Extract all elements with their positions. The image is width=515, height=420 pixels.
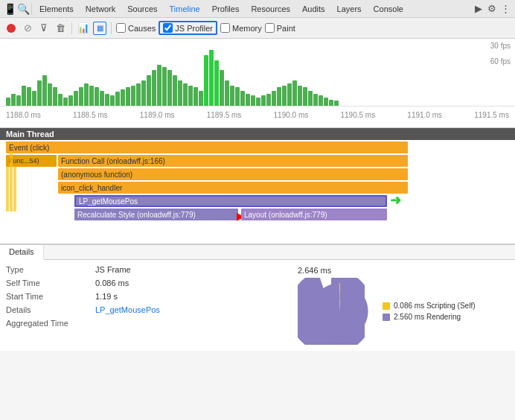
nav-sources[interactable]: Sources	[121, 3, 163, 15]
causes-checkbox[interactable]: Causes	[116, 23, 156, 33]
paint-input[interactable]	[265, 23, 275, 33]
timeline-bar	[89, 86, 94, 106]
timeline-bar	[183, 83, 188, 106]
timeline-bar	[16, 95, 21, 106]
record-icon[interactable]	[4, 22, 18, 35]
timeline-bar	[266, 94, 271, 106]
flame-anon[interactable]: (anonymous function)	[58, 168, 408, 180]
timeline-bar	[272, 91, 276, 106]
memory-input[interactable]	[220, 23, 230, 33]
timeline-bar	[235, 87, 240, 106]
timeline-bar	[95, 87, 99, 106]
js-profiler-checkbox[interactable]: JS Profiler	[159, 21, 217, 35]
run-icon[interactable]: ▶	[472, 2, 485, 16]
flame-row-4: LP_getMousePos ➜	[0, 195, 515, 209]
value-self-time: 0.086 ms	[95, 279, 129, 287]
timeline-bar	[313, 94, 318, 106]
detail-type: Type JS Frame	[0, 263, 292, 276]
flame-row-2: (anonymous function)	[0, 168, 515, 182]
nav-resources[interactable]: Resources	[245, 3, 296, 15]
timeline-bar	[298, 86, 302, 106]
stop-icon[interactable]: ⊘	[21, 22, 34, 35]
nav-console[interactable]: Console	[368, 3, 409, 15]
flame-layout[interactable]: Layout (onloadwff.js:779)	[241, 209, 387, 220]
flame-event-click[interactable]: Event (click)	[6, 141, 408, 153]
timeline-bar	[53, 87, 57, 106]
timeline-bar	[209, 50, 214, 106]
lp-getmousepos-link[interactable]: LP_getMousePos	[95, 305, 160, 314]
separator-1	[31, 3, 32, 15]
memory-checkbox[interactable]: Memory	[220, 23, 262, 33]
flame-row-1: Func...54) Function Call (onloadwff.js:1…	[0, 155, 515, 168]
tab-details[interactable]: Details	[0, 245, 44, 260]
label-aggregated: Aggregated Time	[6, 319, 95, 328]
overflow-icon[interactable]: ⋮	[499, 2, 512, 16]
timeline-area[interactable]: 30 fps 60 fps 1188.0 ms1188.5 ms1189.0 m…	[0, 39, 515, 128]
js-profiler-input[interactable]	[163, 23, 173, 33]
timeline-bar	[68, 95, 73, 106]
ruler-label: 1189.0 ms	[140, 111, 175, 119]
flame-lp-getmousepos[interactable]: LP_getMousePos	[74, 195, 387, 207]
timeline-bar	[204, 55, 208, 106]
js-profiler-label: JS Profiler	[175, 24, 213, 33]
toolbar: ⊘ ⊽ 🗑 📊 ▦ Causes JS Profiler Memory Pain…	[0, 18, 515, 39]
timeline-bar	[79, 87, 83, 106]
timeline-bar	[100, 91, 104, 106]
timeline-bar	[230, 86, 234, 106]
timeline-bar	[42, 75, 47, 106]
legend-rendering: 2.560 ms Rendering	[383, 313, 476, 321]
timeline-bar	[251, 95, 255, 106]
timeline-bar	[74, 91, 78, 106]
settings-icon[interactable]: ⚙	[485, 2, 499, 16]
chart-container: 0.086 ms Scripting (Self) 2.560 ms Rende…	[298, 278, 476, 345]
grid-icon[interactable]: ▦	[93, 22, 106, 35]
nav-timeline[interactable]: Timeline	[164, 3, 206, 15]
timeline-bar	[282, 86, 287, 106]
causes-input[interactable]	[116, 23, 126, 33]
green-arrow-icon: ➜	[390, 192, 401, 209]
filter-icon[interactable]: ⊽	[37, 22, 51, 35]
trash-icon[interactable]: 🗑	[54, 22, 67, 35]
scripting-swatch	[383, 302, 390, 310]
timeline-ruler: 1188.0 ms1188.5 ms1189.0 ms1189.5 ms1190…	[0, 106, 515, 124]
label-start-time: Start Time	[6, 292, 95, 301]
nav-audits[interactable]: Audits	[296, 3, 331, 15]
rendering-swatch	[383, 314, 390, 321]
phone-icon[interactable]: 📱	[3, 2, 16, 16]
flame-function-call[interactable]: Function Call (onloadwff.js:166)	[58, 155, 408, 167]
timeline-bar	[84, 83, 89, 106]
memory-label: Memory	[232, 24, 262, 33]
timeline-bar	[173, 75, 177, 106]
timeline-bar	[199, 91, 203, 106]
timeline-bar	[32, 91, 36, 106]
paint-checkbox[interactable]: Paint	[265, 23, 295, 33]
timeline-bar	[152, 70, 156, 106]
ruler-label: 1190.0 ms	[274, 111, 309, 119]
timeline-bar	[220, 70, 224, 106]
flame-chart[interactable]: Event (click) Func...54) Function Call (…	[0, 140, 515, 244]
nav-layers[interactable]: Layers	[331, 3, 368, 15]
value-type: JS Frame	[95, 265, 131, 274]
timeline-bar	[22, 86, 26, 106]
timeline-bar	[126, 87, 130, 106]
nav-profiles[interactable]: Profiles	[206, 3, 246, 15]
flame-recalculate[interactable]: Recalculate Style (onloadwff.js:779)	[74, 209, 238, 220]
ruler-label: 1191.5 ms	[474, 111, 509, 119]
label-self-time: Self Time	[6, 279, 95, 287]
timeline-bar	[11, 94, 16, 106]
nav-elements[interactable]: Elements	[33, 3, 80, 15]
bars-icon[interactable]: 📊	[77, 22, 90, 35]
rendering-label: 2.560 ms Rendering	[394, 313, 461, 321]
value-start-time: 1.19 s	[95, 292, 118, 301]
ruler-label: 1189.5 ms	[207, 111, 242, 119]
timeline-bar	[147, 75, 151, 106]
chart-area: 2.646 ms	[292, 260, 515, 351]
paint-label: Paint	[277, 24, 295, 33]
sep2	[71, 22, 72, 34]
nav-network[interactable]: Network	[80, 3, 121, 15]
timeline-bar	[225, 80, 229, 106]
causes-label: Causes	[128, 24, 156, 33]
flame-icon-click[interactable]: icon_click_handler	[58, 182, 408, 194]
inspect-icon[interactable]: 🔍	[16, 2, 30, 16]
timeline-bar	[167, 70, 172, 106]
